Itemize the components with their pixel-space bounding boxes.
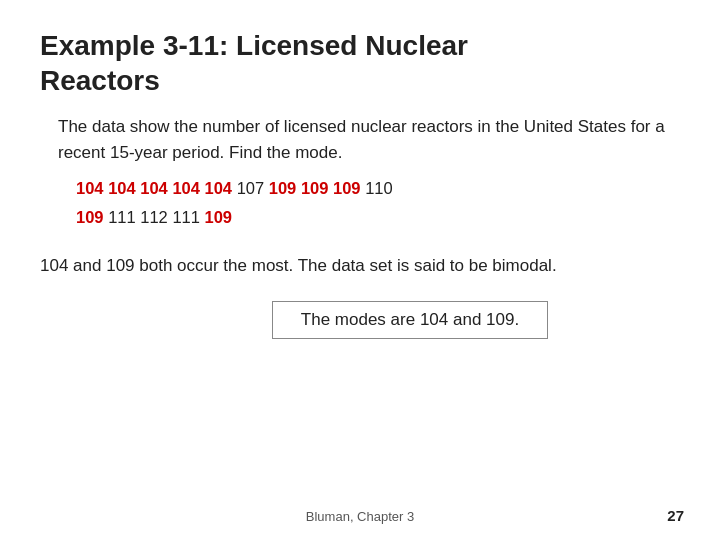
description-text: The data show the number of licensed nuc… <box>40 114 680 165</box>
footer: Bluman, Chapter 3 <box>0 509 720 524</box>
title-line1: Example 3-11: Licensed Nuclear <box>40 30 468 61</box>
conclusion-text: 104 and 109 both occur the most. The dat… <box>40 253 680 279</box>
slide: Example 3-11: Licensed Nuclear Reactors … <box>0 0 720 540</box>
title-line2: Reactors <box>40 65 160 96</box>
modes-box: The modes are 104 and 109. <box>272 301 548 339</box>
page-number: 27 <box>667 507 684 524</box>
data-row-1: 104 104 104 104 104 107 109 109 109 110 <box>40 175 680 202</box>
footer-text: Bluman, Chapter 3 <box>0 509 720 524</box>
data-row-2: 109 111 112 111 109 <box>40 204 680 231</box>
slide-title: Example 3-11: Licensed Nuclear Reactors <box>40 28 680 98</box>
modes-box-container: The modes are 104 and 109. <box>40 301 680 339</box>
